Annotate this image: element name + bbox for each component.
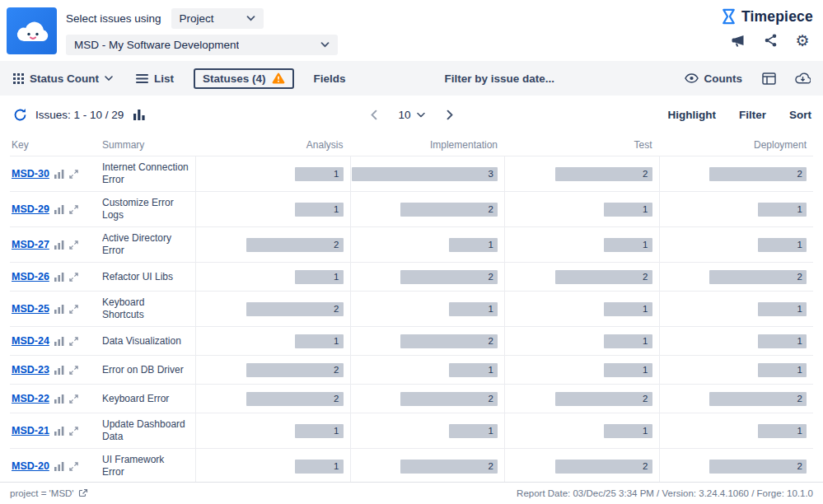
table-header-row: Key Summary Analysis Implementation Test… (10, 133, 813, 156)
status-count-cell: 2 (350, 263, 505, 291)
bar-chart-icon (54, 366, 64, 375)
list-button[interactable]: List (133, 69, 177, 88)
report-table-button[interactable] (758, 69, 779, 87)
issue-key-link[interactable]: MSD-25 (12, 303, 49, 315)
external-link-icon[interactable] (78, 488, 88, 498)
bar-chart-icon (54, 305, 64, 314)
expand-icon (69, 240, 78, 250)
issue-selector-block: Select issues using Project MSD - My Sof… (66, 7, 338, 55)
key-cell: MSD-26 (10, 268, 102, 286)
counts-label: Counts (704, 72, 743, 85)
count-bar: 2 (246, 238, 344, 252)
issue-key-link[interactable]: MSD-21 (12, 425, 49, 436)
issue-chart-button[interactable] (54, 205, 64, 214)
count-bar: 1 (604, 203, 652, 217)
counts-button[interactable]: Counts (681, 69, 746, 88)
project-dropdown[interactable]: MSD - My Software Development (66, 35, 338, 55)
issue-expand-button[interactable] (69, 462, 78, 471)
issue-key-link[interactable]: MSD-24 (12, 335, 49, 347)
app-logo (7, 7, 57, 54)
refresh-button[interactable] (12, 106, 28, 123)
count-bar: 1 (758, 363, 807, 377)
issue-chart-button[interactable] (54, 337, 64, 346)
fields-button[interactable]: Fields (311, 69, 349, 88)
issue-chart-button[interactable] (54, 240, 64, 250)
bar-chart-icon (54, 427, 64, 436)
table-row: MSD-25Keyboard Shortcuts2111 (10, 291, 813, 326)
brand-name: Timepiece (741, 8, 813, 26)
issue-chart-button[interactable] (54, 394, 64, 404)
status-count-cell: 2 (504, 156, 659, 191)
issue-expand-button[interactable] (69, 305, 78, 314)
status-count-cell: 1 (504, 327, 659, 355)
status-count-cell: 2 (504, 449, 659, 483)
share-button[interactable] (761, 32, 779, 49)
issue-key-link[interactable]: MSD-26 (12, 271, 49, 282)
scope-dropdown[interactable]: Project (171, 8, 264, 29)
date-filter-button[interactable]: Filter by issue date... (442, 69, 559, 88)
issue-chart-button[interactable] (54, 366, 64, 375)
count-bar: 1 (295, 424, 344, 438)
issue-key-link[interactable]: MSD-22 (12, 393, 49, 404)
statuses-button[interactable]: Statuses (4) (194, 68, 294, 89)
count-bar: 2 (400, 203, 498, 217)
issue-expand-button[interactable] (69, 337, 78, 346)
expand-icon (69, 366, 78, 375)
chart-view-toggle-button[interactable] (131, 107, 147, 122)
scope-dropdown-value: Project (180, 12, 214, 25)
highlight-button[interactable]: Highlight (668, 109, 716, 121)
summary-cell: Error on DB Driver (102, 359, 195, 381)
key-cell: MSD-21 (10, 422, 102, 440)
issue-expand-button[interactable] (69, 366, 78, 375)
issue-key-link[interactable]: MSD-20 (12, 460, 49, 472)
issue-chart-button[interactable] (54, 462, 64, 471)
issue-key-link[interactable]: MSD-23 (12, 364, 49, 376)
settings-button[interactable]: ⚙ (793, 32, 811, 49)
count-bar: 2 (709, 460, 807, 474)
count-bar: 2 (400, 460, 498, 474)
issue-expand-button[interactable] (69, 240, 78, 250)
status-count-cell: 1 (659, 292, 814, 326)
count-bar: 1 (449, 238, 498, 252)
issue-expand-button[interactable] (69, 427, 78, 436)
status-count-cell: 1 (659, 327, 814, 355)
issue-expand-button[interactable] (69, 273, 78, 282)
list-label: List (154, 72, 174, 85)
issue-chart-button[interactable] (54, 427, 64, 436)
announcements-button[interactable] (729, 32, 747, 49)
issue-expand-button[interactable] (69, 205, 78, 214)
status-count-cell: 1 (659, 192, 814, 226)
prev-page-button[interactable] (365, 108, 381, 121)
report-info: Report Date: 03/Dec/25 3:34 PM / Version… (517, 488, 813, 498)
summary-cell: Refactor UI Libs (102, 266, 195, 288)
issue-expand-button[interactable] (69, 394, 78, 404)
next-page-button[interactable] (442, 108, 458, 121)
issue-chart-button[interactable] (54, 170, 64, 179)
issue-chart-button[interactable] (54, 305, 64, 314)
key-cell: MSD-29 (10, 200, 102, 218)
count-bar: 2 (709, 392, 807, 406)
expand-icon (69, 337, 78, 346)
count-bar: 1 (295, 203, 344, 217)
count-bar: 2 (555, 392, 652, 406)
issue-key-link[interactable]: MSD-30 (12, 168, 49, 180)
count-bar: 1 (758, 238, 807, 252)
expand-icon (69, 170, 78, 179)
timepiece-logo-icon (720, 7, 737, 26)
issue-key-link[interactable]: MSD-29 (12, 203, 49, 215)
table-body: MSD-30Internet Connection Error1322MSD-2… (10, 156, 813, 484)
export-cloud-button[interactable] (792, 69, 813, 87)
view-mode-dropdown[interactable]: Status Count (10, 69, 116, 88)
status-count-cell: 2 (659, 156, 814, 191)
issues-range-label: Issues: 1 - 10 / 29 (35, 109, 124, 121)
chevron-down-icon (417, 112, 425, 117)
issue-key-link[interactable]: MSD-27 (12, 239, 49, 250)
issue-chart-button[interactable] (54, 273, 64, 282)
issue-expand-button[interactable] (69, 170, 78, 179)
share-icon (765, 34, 777, 47)
filter-button[interactable]: Filter (739, 109, 766, 121)
sort-button[interactable]: Sort (789, 109, 811, 121)
grid-icon (13, 73, 24, 84)
page-size-select[interactable]: 10 (395, 107, 428, 123)
status-count-cell: 1 (350, 227, 505, 262)
